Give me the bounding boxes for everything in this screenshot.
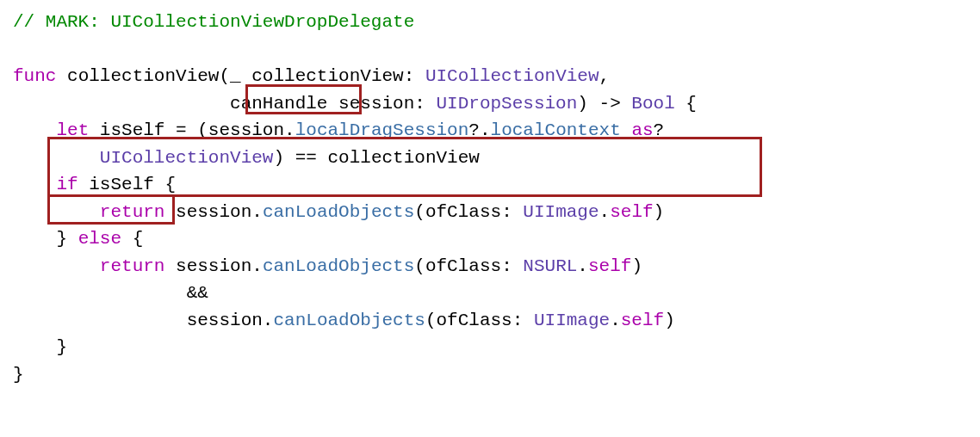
type-uidropsession: UIDropSession: [437, 94, 578, 114]
code-container: // MARK: UICollectionViewDropDelegate fu…: [13, 9, 967, 388]
pad: [13, 311, 187, 330]
paren-ofclass3: (ofClass:: [425, 311, 534, 330]
paren-ofclass: (ofClass:: [414, 202, 523, 222]
func-name: collectionView(_ collectionView:: [56, 66, 425, 86]
if-cond: isSelf: [78, 175, 154, 194]
isself-decl: isSelf = (session.: [89, 120, 295, 140]
type-bool: Bool: [631, 94, 674, 114]
member-canloadobjects2: canLoadObjects: [263, 256, 414, 276]
optional-chain: ?.: [468, 120, 490, 140]
qmark: ?: [654, 120, 665, 140]
type-uiimage: UIImage: [523, 202, 599, 222]
close-brace: }: [13, 229, 78, 249]
keyword-self3: self: [621, 311, 664, 330]
session-param: session:: [327, 94, 436, 114]
keyword-func: func: [13, 66, 56, 86]
type-uicollectionview: UICollectionView: [425, 66, 599, 86]
session-dot: session.: [164, 202, 262, 222]
close-paren: ): [654, 202, 665, 222]
type-uiimage2: UIImage: [534, 311, 610, 330]
arrow: ) ->: [577, 94, 631, 114]
keyword-let: let: [56, 120, 89, 140]
session-dot2: session.: [164, 256, 262, 276]
pad: [13, 94, 230, 114]
member-localcontext: localContext: [491, 120, 621, 140]
session-dot3: session.: [187, 311, 274, 330]
pad: [13, 283, 187, 303]
type-uicollectionview2: UICollectionView: [100, 148, 274, 168]
close-brace-outer: }: [13, 365, 24, 385]
keyword-as: as: [621, 120, 654, 140]
member-canloadobjects3: canLoadObjects: [273, 311, 425, 330]
member-localdragsession: localDragSession: [295, 120, 469, 140]
pad: [13, 202, 100, 222]
keyword-else: else: [78, 229, 121, 249]
code-block: // MARK: UICollectionViewDropDelegate fu…: [13, 9, 967, 388]
close-brace2: }: [13, 337, 67, 357]
dot: .: [577, 256, 588, 276]
member-canloadobjects: canLoadObjects: [263, 202, 414, 222]
dot: .: [599, 202, 611, 222]
keyword-self2: self: [588, 256, 631, 276]
keyword-self: self: [610, 202, 653, 222]
pad: [13, 120, 56, 140]
paren-ofclass2: (ofClass:: [414, 256, 523, 276]
close-paren2: ): [631, 256, 642, 276]
brace-open: {: [675, 94, 697, 114]
keyword-if: if: [56, 175, 78, 194]
comma: ,: [599, 66, 611, 86]
pad: [13, 148, 100, 168]
keyword-return: return: [100, 202, 165, 222]
eq-collectionview: ) == collectionView: [273, 148, 479, 168]
type-nsurl: NSURL: [523, 256, 577, 276]
brace: {: [154, 175, 176, 194]
comment-mark: // MARK: UICollectionViewDropDelegate: [13, 12, 414, 32]
canhandle-label: canHandle: [230, 94, 327, 114]
pad: [13, 175, 56, 194]
keyword-return2: return: [100, 256, 165, 276]
brace-open2: {: [121, 229, 143, 249]
dot: .: [610, 311, 621, 330]
pad: [13, 256, 100, 276]
amp-amp: &&: [187, 283, 208, 303]
close-paren3: ): [664, 311, 675, 330]
